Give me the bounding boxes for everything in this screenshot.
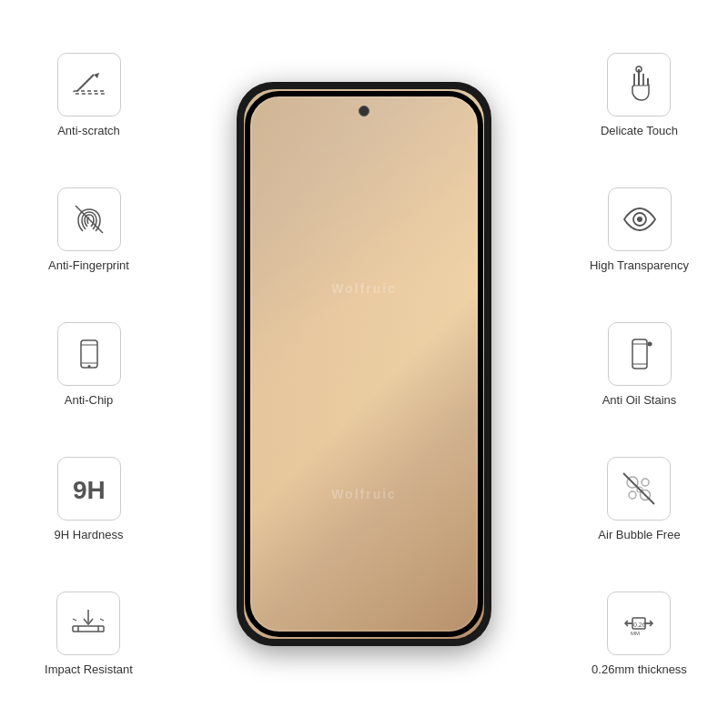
impact-icon-box [56,592,120,655]
svg-line-3 [77,89,79,91]
air-bubble-free-label: Air Bubble Free [598,528,680,541]
anti-scratch-label: Anti-scratch [57,124,120,137]
anti-fingerprint-label: Anti-Fingerprint [48,258,129,272]
svg-text:0.26: 0.26 [633,622,646,628]
svg-marker-2 [94,73,99,78]
9h-hardness-label: 9H Hardness [55,528,124,541]
svg-point-25 [629,491,636,499]
anti-chip-label: Anti-Chip [65,393,113,407]
feature-air-bubble-free: Air Bubble Free [598,457,680,541]
svg-point-22 [647,341,652,346]
impact-icon [66,601,111,646]
svg-line-14 [73,619,76,621]
phone-camera [359,106,369,116]
anti-oil-stains-label: Anti Oil Stains [602,393,677,407]
9h-icon-box: 9H [57,457,121,521]
anti-scratch-icon-box [57,53,121,116]
bubble-icon-box [607,457,671,521]
anti-chip-icon-box [57,322,121,386]
feature-impact-resistant: Impact Resistant [45,592,133,676]
thickness-label: 0.26mm thickness [592,662,687,676]
phone-outer: Wolfruic Wolfruic [237,82,491,646]
phone-watermark: Wolfruic [331,281,397,296]
delicate-touch-label: Delicate Touch [601,124,678,137]
feature-anti-chip: Anti-Chip [57,322,121,407]
anti-oil-icon [617,331,662,377]
9h-icon: 9H [66,466,112,511]
svg-text:9H: 9H [73,476,106,504]
phone-small-icon-box [608,322,672,386]
fingerprint-icon [66,197,112,242]
svg-line-15 [100,619,104,621]
svg-text:MM: MM [631,631,640,636]
phone-container: Wolfruic Wolfruic [237,82,491,646]
svg-rect-0 [74,91,105,94]
svg-point-18 [637,217,642,222]
touch-icon-box [607,53,671,116]
thickness-icon: 0.26 MM [616,601,662,646]
thickness-icon-box: 0.26 MM [607,592,671,655]
feature-anti-oil-stains: Anti Oil Stains [602,322,677,407]
high-transparency-label: High Transparency [590,258,689,272]
main-container: Anti-scratch Anti-Fingerprint [0,0,728,728]
svg-line-1 [79,75,94,89]
anti-fingerprint-icon-box [57,187,121,251]
touch-icon [616,62,662,107]
svg-point-24 [642,479,649,486]
feature-delicate-touch: Delicate Touch [601,53,678,137]
phone-watermark2: Wolfruic [331,487,397,501]
anti-chip-icon [66,331,112,377]
bubble-icon [616,466,662,511]
feature-high-transparency: High Transparency [590,187,689,272]
svg-point-8 [87,365,90,368]
phone-screen: Wolfruic Wolfruic [244,89,484,639]
feature-anti-scratch: Anti-scratch [57,53,121,137]
svg-rect-10 [73,626,104,632]
anti-scratch-icon [66,62,112,107]
eye-icon [617,197,662,242]
feature-thickness: 0.26 MM 0.26mm thickness [592,592,687,676]
eye-icon-box [608,187,672,251]
impact-resistant-label: Impact Resistant [45,662,133,676]
feature-anti-fingerprint: Anti-Fingerprint [48,187,129,272]
feature-9h-hardness: 9H 9H Hardness [55,457,124,541]
svg-line-28 [623,473,654,504]
features-left: Anti-scratch Anti-Fingerprint [18,0,159,728]
features-right: Delicate Touch High Transparency [569,0,710,728]
